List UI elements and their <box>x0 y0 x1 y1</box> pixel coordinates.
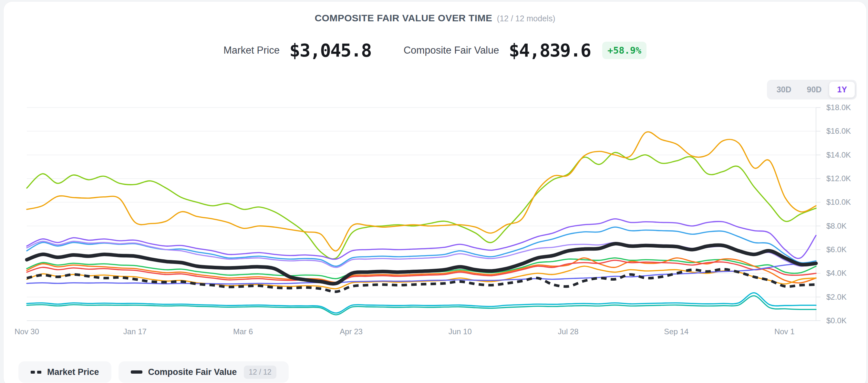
x-axis-label: Sep 14 <box>664 327 688 336</box>
range-option-90d[interactable]: 90D <box>799 82 830 98</box>
change-percent-badge: +58.9% <box>602 42 647 59</box>
range-option-30d[interactable]: 30D <box>769 82 799 98</box>
stats-row: Market Price $3,045.8 Composite Fair Val… <box>4 40 866 61</box>
x-axis-label: Nov 30 <box>14 327 39 336</box>
market-price-value: $3,045.8 <box>289 40 371 61</box>
x-axis-label: Jan 17 <box>123 327 147 336</box>
x-axis-label: Jun 10 <box>448 327 472 336</box>
series-model-amber <box>27 132 816 251</box>
legend-item-market-price[interactable]: Market Price <box>19 361 112 383</box>
legend-label: Composite Fair Value <box>148 367 237 377</box>
solid-line-icon <box>131 371 143 374</box>
y-axis-label: $14.0K <box>826 151 865 160</box>
series-model-sky <box>27 227 816 266</box>
fair-value-value: $4,839.6 <box>509 40 591 61</box>
y-axis-label: $8.0K <box>826 222 865 231</box>
series-model-cyan <box>27 293 816 313</box>
chart-plot-area[interactable] <box>27 107 821 321</box>
series-model-lavender <box>27 241 816 267</box>
x-axis-label: Jul 28 <box>558 327 579 336</box>
header: COMPOSITE FAIR VALUE OVER TIME (12 / 12 … <box>4 12 866 24</box>
y-axis-label: $18.0K <box>826 103 865 112</box>
models-count-subtitle: (12 / 12 models) <box>497 14 555 23</box>
range-selector[interactable]: 30D90D1Y <box>767 80 857 99</box>
x-axis-label: Nov 1 <box>774 327 795 336</box>
y-axis-label: $6.0K <box>826 245 865 254</box>
y-axis-label: $10.0K <box>826 198 865 207</box>
legend-item-composite[interactable]: Composite Fair Value 12 / 12 <box>119 361 289 383</box>
fair-value-label: Composite Fair Value <box>404 44 499 56</box>
range-option-1y[interactable]: 1Y <box>829 82 855 98</box>
dashed-line-icon <box>31 371 41 374</box>
x-axis-label: Mar 6 <box>233 327 253 336</box>
legend-label: Market Price <box>47 367 99 377</box>
page-title: COMPOSITE FAIR VALUE OVER TIME <box>315 12 492 23</box>
y-axis-label: $0.0K <box>826 316 865 325</box>
chart-card: COMPOSITE FAIR VALUE OVER TIME (12 / 12 … <box>3 1 867 383</box>
y-axis-label: $16.0K <box>826 127 865 136</box>
y-axis-label: $2.0K <box>826 293 865 301</box>
y-axis-label: $12.0K <box>826 174 865 183</box>
chart-legend: Market Price Composite Fair Value 12 / 1… <box>19 361 289 383</box>
chart-canvas[interactable] <box>27 107 821 321</box>
market-price-label: Market Price <box>223 44 280 56</box>
models-count-badge: 12 / 12 <box>244 365 276 379</box>
y-axis-label: $4.0K <box>826 269 865 278</box>
x-axis-label: Apr 23 <box>340 327 363 336</box>
